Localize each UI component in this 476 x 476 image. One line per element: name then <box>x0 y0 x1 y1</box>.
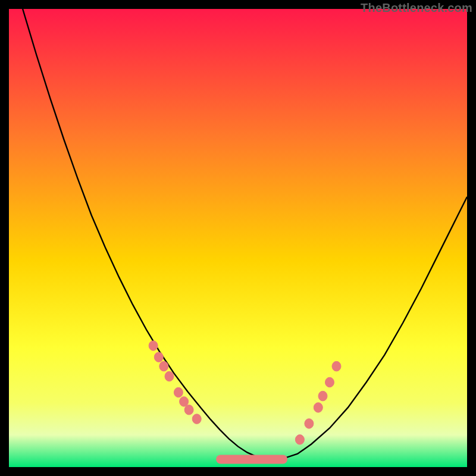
data-marker <box>332 361 341 371</box>
chart-frame <box>9 9 467 467</box>
data-marker-strip <box>216 455 287 464</box>
gradient-background <box>9 9 467 467</box>
data-marker <box>180 397 189 407</box>
data-marker <box>165 371 174 381</box>
data-marker <box>149 341 158 351</box>
data-marker <box>192 414 201 424</box>
data-marker <box>325 377 334 387</box>
data-marker <box>154 352 163 362</box>
data-marker <box>305 419 314 429</box>
data-marker <box>318 391 327 401</box>
data-marker <box>314 403 322 413</box>
data-marker <box>295 435 304 445</box>
data-marker <box>174 387 183 397</box>
watermark-text: TheBottleneck.com <box>361 1 472 15</box>
bottleneck-chart <box>9 9 467 467</box>
data-marker <box>184 405 193 415</box>
data-marker <box>159 361 168 371</box>
